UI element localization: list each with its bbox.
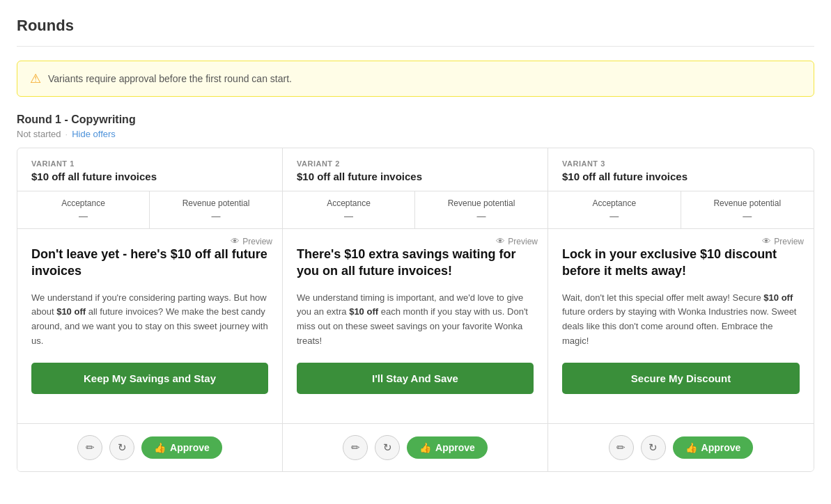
variant-header-1: VARIANT 1 $10 off all future invoices bbox=[17, 148, 282, 191]
cta-button-2[interactable]: I'll Stay And Save bbox=[297, 363, 534, 394]
thumbs-up-icon-3: 👍 bbox=[685, 442, 697, 453]
acceptance-value-2: — bbox=[294, 211, 403, 221]
variant-title-2: $10 off all future invoices bbox=[297, 171, 534, 182]
preview-heading-1: Don't leave yet - here's $10 off all fut… bbox=[31, 246, 268, 280]
variant-label-3: VARIANT 3 bbox=[562, 159, 800, 168]
revenue-cell-1: Revenue potential — bbox=[150, 191, 282, 228]
variant-stats-3: Acceptance — Revenue potential — bbox=[548, 191, 814, 229]
approve-label-2: Approve bbox=[435, 442, 475, 453]
variant-title-3: $10 off all future invoices bbox=[562, 171, 800, 182]
revenue-label-2: Revenue potential bbox=[426, 198, 536, 208]
variant-col-3: VARIANT 3 $10 off all future invoices Ac… bbox=[548, 148, 814, 471]
approve-label-1: Approve bbox=[170, 442, 210, 453]
variant-col-1: VARIANT 1 $10 off all future invoices Ac… bbox=[17, 148, 283, 471]
preview-body-3: Wait, don't let this special offer melt … bbox=[562, 291, 800, 349]
alert-banner: ⚠ Variants require approval before the f… bbox=[17, 61, 814, 97]
refresh-button-1[interactable]: ↻ bbox=[109, 435, 134, 460]
bold-text-3: $10 off bbox=[763, 292, 793, 303]
acceptance-value-3: — bbox=[559, 211, 669, 221]
acceptance-label-2: Acceptance bbox=[294, 198, 403, 208]
variant-actions-3: ✏ ↻ 👍 Approve bbox=[548, 424, 814, 471]
variants-grid: VARIANT 1 $10 off all future invoices Ac… bbox=[17, 148, 814, 472]
approve-label-3: Approve bbox=[701, 442, 741, 453]
preview-body-2: We understand timing is important, and w… bbox=[297, 291, 534, 349]
round-title: Round 1 - Copywriting bbox=[17, 113, 814, 126]
edit-button-1[interactable]: ✏ bbox=[77, 435, 102, 460]
approve-button-1[interactable]: 👍 Approve bbox=[141, 436, 222, 459]
revenue-value-1: — bbox=[161, 211, 271, 221]
eye-icon-1: 👁 bbox=[231, 236, 240, 246]
edit-button-3[interactable]: ✏ bbox=[609, 435, 634, 460]
round-meta: Not started · Hide offers bbox=[17, 129, 814, 139]
variant-actions-2: ✏ ↻ 👍 Approve bbox=[283, 424, 547, 471]
refresh-button-3[interactable]: ↻ bbox=[641, 435, 666, 460]
cta-button-3[interactable]: Secure My Discount bbox=[562, 363, 800, 394]
acceptance-cell-3: Acceptance — bbox=[548, 191, 681, 228]
thumbs-up-icon-2: 👍 bbox=[419, 442, 431, 453]
refresh-button-2[interactable]: ↻ bbox=[375, 435, 400, 460]
variant-header-2: VARIANT 2 $10 off all future invoices bbox=[283, 148, 547, 191]
eye-icon-3: 👁 bbox=[762, 236, 771, 246]
preview-body-1: We understand if you're considering part… bbox=[31, 291, 268, 349]
approve-button-2[interactable]: 👍 Approve bbox=[407, 436, 488, 459]
revenue-value-3: — bbox=[692, 211, 803, 221]
variant-actions-1: ✏ ↻ 👍 Approve bbox=[17, 424, 282, 471]
thumbs-up-icon-1: 👍 bbox=[154, 442, 166, 453]
preview-label-2: Preview bbox=[508, 237, 538, 246]
variant-stats-2: Acceptance — Revenue potential — bbox=[283, 191, 547, 229]
acceptance-cell-2: Acceptance — bbox=[283, 191, 415, 228]
preview-heading-3: Lock in your exclusive $10 discount befo… bbox=[562, 246, 800, 280]
acceptance-label-1: Acceptance bbox=[29, 198, 138, 208]
variant-preview-1: 👁 Preview Don't leave yet - here's $10 o… bbox=[17, 229, 282, 424]
variant-header-3: VARIANT 3 $10 off all future invoices bbox=[548, 148, 814, 191]
variant-label-2: VARIANT 2 bbox=[297, 159, 534, 168]
meta-separator: · bbox=[65, 129, 68, 139]
bold-text-2: $10 off bbox=[349, 306, 378, 317]
edit-button-2[interactable]: ✏ bbox=[343, 435, 368, 460]
revenue-value-2: — bbox=[426, 211, 536, 221]
revenue-cell-3: Revenue potential — bbox=[681, 191, 814, 228]
revenue-label-1: Revenue potential bbox=[161, 198, 271, 208]
variant-title-1: $10 off all future invoices bbox=[31, 171, 268, 182]
bold-text-1: $10 off bbox=[56, 306, 86, 317]
eye-icon-2: 👁 bbox=[496, 236, 505, 246]
round-status: Not started bbox=[17, 129, 61, 139]
warning-icon: ⚠ bbox=[30, 71, 41, 86]
variant-preview-3: 👁 Preview Lock in your exclusive $10 dis… bbox=[548, 229, 814, 424]
round-header: Round 1 - Copywriting Not started · Hide… bbox=[17, 113, 814, 139]
variant-stats-1: Acceptance — Revenue potential — bbox=[17, 191, 282, 229]
hide-offers-link[interactable]: Hide offers bbox=[72, 129, 116, 139]
acceptance-label-3: Acceptance bbox=[559, 198, 669, 208]
cta-button-1[interactable]: Keep My Savings and Stay bbox=[31, 363, 268, 394]
preview-label-1: Preview bbox=[242, 237, 272, 246]
acceptance-cell-1: Acceptance — bbox=[17, 191, 150, 228]
revenue-cell-2: Revenue potential — bbox=[415, 191, 547, 228]
alert-text: Variants require approval before the fir… bbox=[48, 73, 292, 84]
approve-button-3[interactable]: 👍 Approve bbox=[673, 436, 754, 459]
variant-label-1: VARIANT 1 bbox=[31, 159, 268, 168]
variant-preview-2: 👁 Preview There's $10 extra savings wait… bbox=[283, 229, 547, 424]
preview-link-1[interactable]: 👁 Preview bbox=[231, 236, 272, 246]
preview-link-2[interactable]: 👁 Preview bbox=[496, 236, 538, 246]
revenue-label-3: Revenue potential bbox=[692, 198, 803, 208]
page-title: Rounds bbox=[17, 17, 814, 47]
preview-heading-2: There's $10 extra savings waiting for yo… bbox=[297, 246, 534, 280]
preview-link-3[interactable]: 👁 Preview bbox=[762, 236, 804, 246]
acceptance-value-1: — bbox=[29, 211, 138, 221]
variant-col-2: VARIANT 2 $10 off all future invoices Ac… bbox=[283, 148, 548, 471]
preview-label-3: Preview bbox=[774, 237, 804, 246]
